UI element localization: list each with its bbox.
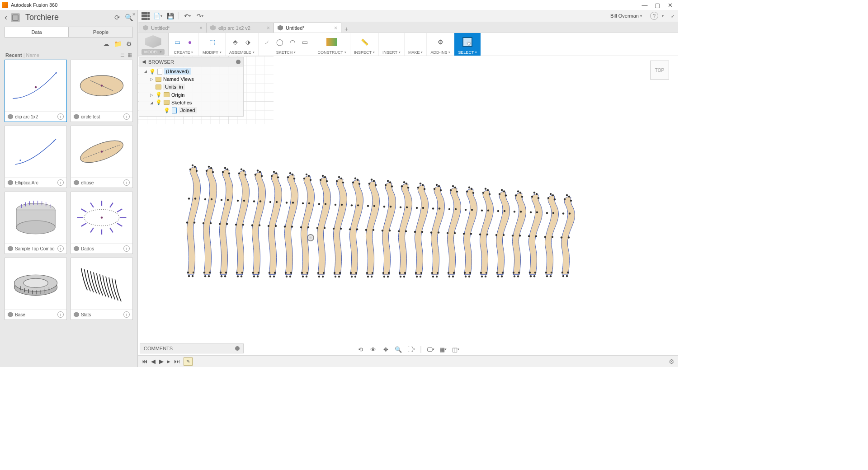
browser-node-sketches[interactable]: ◢💡Sketches [141, 99, 243, 106]
asset-card[interactable]: Dadosi [71, 192, 133, 254]
undo-icon[interactable]: ↶▾ [183, 11, 192, 20]
tab-people[interactable]: People [69, 27, 133, 38]
close-window-button[interactable]: ✕ [664, 0, 676, 9]
lightbulb-icon[interactable]: 💡 [149, 69, 156, 75]
info-icon[interactable]: i [123, 311, 130, 318]
timeline-feature-sketch[interactable]: ✎ [184, 357, 193, 366]
asset-card[interactable]: Basei [5, 258, 67, 320]
grid-settings-icon[interactable]: ▦▾ [439, 345, 447, 353]
close-tab-icon[interactable]: × [199, 25, 203, 31]
minimize-button[interactable]: — [638, 0, 651, 9]
browser-node-named-views[interactable]: ▷Named Views [141, 75, 243, 83]
asset-card[interactable]: elip arc 1x2i [5, 60, 67, 122]
workspace-switcher[interactable]: MODEL [138, 33, 169, 56]
lightbulb-icon[interactable]: 💡 [164, 108, 170, 113]
timeline-prev-icon[interactable]: ◀ [151, 358, 156, 365]
model-canvas[interactable]: TOP ◀BROWSER ◢💡(Unsaved) ▷Named Views Un… [138, 56, 678, 367]
lightbulb-icon[interactable]: 💡 [156, 99, 162, 105]
toolbar-select[interactable]: SELECT [454, 33, 481, 56]
close-tab-icon[interactable]: × [334, 25, 337, 31]
timeline-next-icon[interactable]: ▶ [159, 358, 164, 365]
timeline-play-icon[interactable]: ▸ [167, 358, 170, 365]
search-icon[interactable]: 🔍 [125, 14, 133, 22]
close-tab-icon[interactable]: × [267, 25, 270, 31]
joint-icon[interactable]: ⬘ [231, 37, 241, 47]
timeline-settings-icon[interactable]: ⚙ [669, 358, 675, 365]
circle-icon[interactable]: ◯ [275, 37, 285, 47]
browser-node-origin[interactable]: ▷💡Origin [141, 91, 243, 99]
back-button[interactable]: ‹ [5, 13, 7, 22]
name-sort[interactable]: Name [26, 52, 39, 58]
timeline-start-icon[interactable]: ⏮ [142, 358, 147, 365]
new-tab-button[interactable]: + [341, 25, 352, 33]
fit-icon[interactable]: ⛶▾ [407, 345, 415, 353]
close-panel-button[interactable]: × [132, 11, 136, 18]
settings-icon[interactable]: ⚙ [126, 40, 132, 47]
browser-collapse-icon[interactable]: ◀ [142, 59, 146, 65]
new-folder-icon[interactable]: 📁 [114, 40, 122, 47]
document-tab[interactable]: Untitled*× [274, 23, 341, 33]
scripts-icon[interactable]: ⚙ [435, 37, 445, 47]
info-icon[interactable]: i [57, 179, 64, 186]
info-icon[interactable]: i [57, 113, 64, 120]
asset-card[interactable]: EllipticalArci [5, 126, 67, 188]
presspull-icon[interactable]: ⬚ [207, 37, 217, 47]
info-icon[interactable]: i [57, 245, 64, 252]
refresh-icon[interactable]: ⟳ [113, 14, 121, 22]
box-icon[interactable]: ▭ [172, 37, 182, 47]
tab-data[interactable]: Data [5, 27, 69, 38]
info-icon[interactable]: i [123, 113, 130, 120]
toolbar-insert[interactable]: INSERT [379, 33, 405, 56]
asset-card[interactable]: Sample Top Comboi [5, 192, 67, 254]
measure-icon[interactable]: 📏 [359, 37, 369, 47]
arc-icon[interactable]: ◠ [288, 37, 297, 47]
timeline-end-icon[interactable]: ⏭ [174, 358, 180, 365]
info-icon[interactable]: i [57, 311, 64, 318]
comments-expand-icon[interactable] [235, 346, 240, 351]
zoom-icon[interactable]: 🔍 [394, 345, 402, 353]
expand-icon[interactable]: ⤢ [671, 14, 675, 19]
toolbar-modify[interactable]: ⬚ MODIFY [199, 33, 226, 56]
toolbar-make[interactable]: MAKE [405, 33, 427, 56]
toolbar-create[interactable]: ▭ ● CREATE [169, 33, 199, 56]
toolbar-addins[interactable]: ⚙ ADD-INS [427, 33, 454, 56]
data-panel-toggle-icon[interactable] [142, 12, 150, 20]
document-tab[interactable]: Untitled*× [139, 23, 207, 33]
toolbar-construct[interactable]: CONSTRUCT [314, 33, 351, 56]
joint2-icon[interactable]: ⬗ [243, 37, 253, 47]
asset-card[interactable]: ellipsei [71, 126, 133, 188]
display-settings-icon[interactable]: 🖵▾ [426, 345, 434, 353]
rect-icon[interactable]: ▭ [300, 37, 310, 47]
viewcube[interactable]: TOP [650, 61, 669, 80]
upload-icon[interactable]: ☁ [103, 40, 109, 47]
sphere-icon[interactable]: ● [185, 37, 195, 47]
info-icon[interactable]: i [123, 179, 130, 186]
help-icon[interactable]: ? [650, 12, 658, 20]
lightbulb-icon[interactable]: 💡 [156, 92, 162, 98]
list-view-icon[interactable]: ☰ [120, 52, 125, 58]
info-icon[interactable]: i [123, 245, 130, 252]
file-menu-icon[interactable]: 📄▾ [153, 11, 162, 20]
toolbar-assemble[interactable]: ⬘⬗ ASSEMBLE [226, 33, 259, 56]
recent-label[interactable]: Recent [5, 52, 22, 58]
browser-node-joined[interactable]: 💡Joined [141, 106, 243, 114]
save-icon[interactable]: 💾 [166, 11, 175, 20]
toolbar-inspect[interactable]: 📏 INSPECT [350, 33, 379, 56]
plane-icon[interactable] [326, 38, 337, 46]
toolbar-sketch[interactable]: ⟋◯◠▭ SKETCH [259, 33, 314, 56]
pan-icon[interactable]: ✥ [382, 345, 390, 353]
grid-view-icon[interactable]: ▦ [127, 52, 132, 58]
document-tab[interactable]: elip arc 1x2 v2× [206, 23, 274, 33]
browser-pin-icon[interactable] [236, 60, 241, 64]
orbit-icon[interactable]: ⟲ [356, 345, 364, 353]
redo-icon[interactable]: ↷▾ [195, 11, 204, 20]
asset-card[interactable]: circle testi [71, 60, 133, 122]
maximize-button[interactable]: ▢ [651, 0, 664, 9]
line-icon[interactable]: ⟋ [262, 37, 272, 47]
user-name[interactable]: Bill Overman [610, 13, 639, 19]
viewport-icon[interactable]: ◫▾ [452, 345, 460, 353]
asset-card[interactable]: Slatsi [71, 258, 133, 320]
look-icon[interactable]: 👁 [369, 345, 377, 353]
browser-node-root[interactable]: ◢💡(Unsaved) [141, 67, 243, 75]
browser-node-units[interactable]: Units: in [141, 83, 243, 91]
